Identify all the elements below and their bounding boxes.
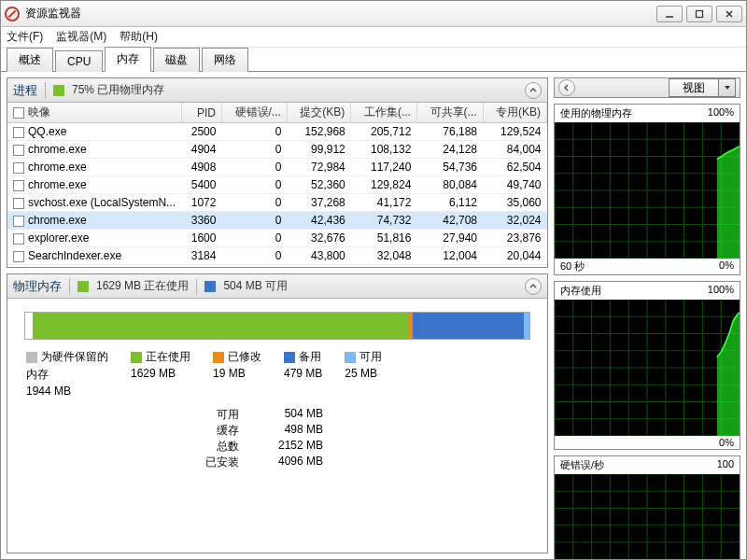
free-swatch [204,281,216,292]
chart2-title: 内存使用 [560,284,601,298]
row-checkbox[interactable] [13,233,24,245]
col-hardfaults[interactable]: 硬错误/... [221,103,287,123]
table-row[interactable]: SearchIndexer.exe3184043,80032,04812,004… [7,247,547,265]
table-row[interactable]: explorer.exe1600032,67651,81627,94023,87… [7,230,547,247]
select-all-checkbox[interactable] [13,107,24,119]
table-row[interactable]: svchost.exe (LocalSystemN...1072037,2684… [7,194,547,212]
physmem-title: 物理内存 [13,278,62,295]
processes-title: 进程 [13,82,37,99]
svg-marker-25 [717,147,740,259]
minimize-button[interactable] [656,6,683,22]
table-row[interactable]: chrome.exe4904099,912108,13224,12884,004 [7,141,547,159]
processes-panel: 进程 75% 已用物理内存 映像 PID 硬错误/... 提交(KB) 工作集(… [7,77,548,268]
svg-rect-1 [697,10,703,17]
menu-file[interactable]: 文件(F) [7,29,43,45]
chart-physical-memory: 使用的物理内存100% 60 秒0% [554,104,740,275]
tab-cpu[interactable]: CPU [55,50,103,72]
physical-memory-panel: 物理内存 1629 MB 正在使用 504 MB 可用 [7,273,548,553]
row-checkbox[interactable] [13,198,24,209]
legend-modified: 已修改 [228,349,261,365]
col-commit[interactable]: 提交(KB) [287,103,350,123]
svg-marker-4 [725,86,730,90]
tab-memory[interactable]: 内存 [105,47,151,72]
close-button[interactable] [716,6,742,22]
chart-hard-faults: 硬错误/秒100 0 [554,455,740,559]
table-row[interactable]: QQ.exe25000152,968205,71276,188129,524 [7,123,547,141]
resource-monitor-window: 资源监视器 文件(F) 监视器(M) 帮助(H) 概述 CPU 内存 磁盘 网络… [0,0,747,560]
svg-marker-46 [717,312,740,436]
chart3-title: 硬错误/秒 [560,458,604,472]
physmem-free: 504 MB 可用 [223,278,288,294]
table-row[interactable]: chrome.exe4908072,984117,24054,73662,504 [7,159,547,176]
charts-toolbar: 视图 [554,77,740,98]
menubar: 文件(F) 监视器(M) 帮助(H) [1,27,746,48]
table-row[interactable]: chrome.exe5400052,360129,82480,08449,740 [7,176,547,194]
col-pid[interactable]: PID [181,103,221,123]
collapse-icon[interactable] [525,82,542,99]
charts-collapse-icon[interactable] [558,79,575,96]
legend-standby: 备用 [299,349,321,365]
row-checkbox[interactable] [13,127,24,138]
processes-usage: 75% 已用物理内存 [72,82,164,98]
row-checkbox[interactable] [13,162,24,174]
row-checkbox[interactable] [13,251,24,262]
memory-bar [24,312,530,340]
app-icon [5,7,20,21]
processes-header[interactable]: 进程 75% 已用物理内存 [7,78,547,103]
col-shareable[interactable]: 可共享(... [416,103,483,123]
window-title: 资源监视器 [25,6,81,21]
inuse-swatch [78,281,89,292]
col-image[interactable]: 映像 [28,105,50,119]
menu-help[interactable]: 帮助(H) [120,29,158,45]
col-private[interactable]: 专用(KB) [483,103,546,123]
memory-legend: 为硬件保留的内存1944 MB 正在使用1629 MB 已修改19 MB 备用4… [15,349,540,398]
menu-monitor[interactable]: 监视器(M) [56,29,106,45]
usage-color-swatch [53,85,64,96]
physmem-inuse: 1629 MB 正在使用 [96,278,189,294]
chart-memory-usage: 内存使用100% 0% [554,281,740,450]
collapse-icon[interactable] [525,278,542,295]
legend-reserved: 为硬件保留的 [41,349,108,365]
row-checkbox[interactable] [13,180,24,191]
memory-stats: 可用504 MB 缓存498 MB 总数2152 MB 已安装4096 MB [202,407,540,470]
physmem-header[interactable]: 物理内存 1629 MB 正在使用 504 MB 可用 [7,274,547,299]
titlebar[interactable]: 资源监视器 [1,1,746,27]
tab-overview[interactable]: 概述 [7,48,53,72]
maximize-button[interactable] [686,6,712,22]
col-workingset[interactable]: 工作集(... [351,103,417,123]
tab-disk[interactable]: 磁盘 [153,48,200,72]
chevron-down-icon [718,79,735,96]
tabs: 概述 CPU 内存 磁盘 网络 [1,48,746,72]
chart1-title: 使用的物理内存 [560,106,632,120]
table-row[interactable]: chrome.exe3360042,43674,73242,70832,024 [7,212,547,230]
legend-free: 可用 [359,349,382,365]
row-checkbox[interactable] [13,145,24,156]
tab-network[interactable]: 网络 [202,48,248,72]
view-dropdown[interactable]: 视图 [669,78,736,97]
legend-inuse: 正在使用 [146,349,190,365]
process-table[interactable]: 映像 PID 硬错误/... 提交(KB) 工作集(... 可共享(... 专用… [7,103,547,265]
row-checkbox[interactable] [13,216,24,227]
